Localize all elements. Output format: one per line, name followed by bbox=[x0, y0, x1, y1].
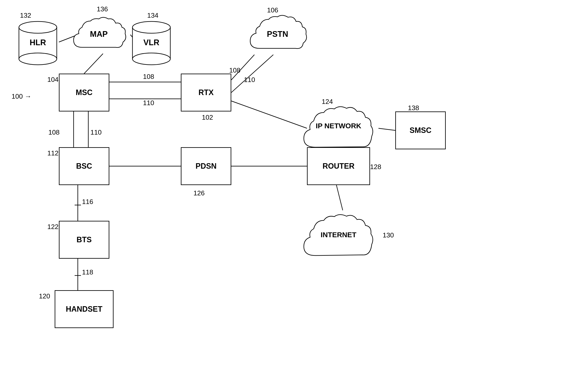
vlr-node: VLR bbox=[130, 19, 172, 65]
bsc-node: BSC bbox=[59, 147, 109, 185]
svg-line-7 bbox=[231, 101, 307, 128]
svg-text:VLR: VLR bbox=[144, 38, 159, 47]
svg-line-5 bbox=[231, 55, 254, 80]
svg-text:HLR: HLR bbox=[30, 38, 46, 47]
svg-point-28 bbox=[19, 21, 57, 33]
label-134: 134 bbox=[147, 12, 158, 19]
svg-text:108: 108 bbox=[48, 128, 60, 136]
label-128: 128 bbox=[370, 163, 381, 171]
svg-line-14 bbox=[336, 185, 343, 210]
internet-node: INTERNET bbox=[299, 210, 378, 263]
svg-text:116: 116 bbox=[82, 198, 93, 206]
label-138: 138 bbox=[408, 104, 419, 112]
pdsn-node: PDSN bbox=[181, 147, 231, 185]
svg-point-29 bbox=[19, 53, 57, 65]
svg-point-33 bbox=[132, 21, 170, 33]
label-132: 132 bbox=[20, 12, 31, 19]
router-node: ROUTER bbox=[307, 147, 370, 185]
label-104: 104 bbox=[47, 76, 59, 83]
label-126: 126 bbox=[193, 189, 205, 197]
bts-node: BTS bbox=[59, 221, 109, 259]
label-102: 102 bbox=[202, 114, 213, 121]
svg-text:110: 110 bbox=[143, 99, 154, 107]
svg-text:MAP: MAP bbox=[90, 30, 108, 39]
svg-text:118: 118 bbox=[82, 268, 93, 276]
map-node: MAP bbox=[69, 12, 128, 56]
svg-line-2 bbox=[84, 54, 103, 74]
svg-point-34 bbox=[132, 53, 170, 65]
network-diagram: 108 110 108 110 108 110 116 118 132 136 … bbox=[0, 0, 574, 392]
smsc-node: SMSC bbox=[395, 111, 446, 149]
svg-text:110: 110 bbox=[244, 76, 255, 83]
svg-text:PSTN: PSTN bbox=[267, 30, 288, 39]
svg-text:IP NETWORK: IP NETWORK bbox=[316, 122, 361, 130]
svg-text:110: 110 bbox=[90, 128, 102, 136]
hlr-node: HLR bbox=[17, 19, 59, 65]
msc-node: MSC bbox=[59, 74, 109, 111]
label-122: 122 bbox=[47, 223, 59, 231]
pstn-node: PSTN bbox=[246, 11, 309, 57]
svg-line-8 bbox=[378, 128, 395, 130]
label-100: 100 → bbox=[12, 93, 31, 100]
connection-lines: 108 110 108 110 108 110 116 118 bbox=[0, 0, 574, 392]
svg-text:108: 108 bbox=[143, 73, 154, 80]
label-112: 112 bbox=[47, 149, 59, 157]
rtx-node: RTX bbox=[181, 74, 231, 111]
svg-text:INTERNET: INTERNET bbox=[321, 231, 356, 239]
label-130: 130 bbox=[383, 231, 394, 239]
label-120: 120 bbox=[39, 292, 50, 300]
svg-text:108: 108 bbox=[229, 66, 240, 74]
handset-node: HANDSET bbox=[55, 290, 114, 328]
svg-line-6 bbox=[231, 55, 273, 93]
